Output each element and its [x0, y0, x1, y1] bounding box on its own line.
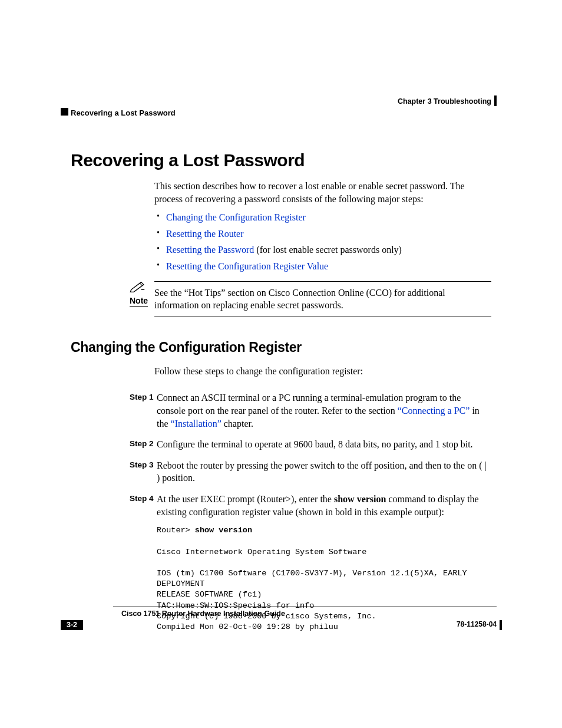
step-label: Step 3 [130, 459, 157, 485]
step-body: Connect an ASCII terminal or a PC runnin… [157, 391, 491, 430]
code-command: show version [195, 526, 252, 535]
step-row: Step 2 Configure the terminal to operate… [130, 438, 491, 451]
link-reset-router[interactable]: Resetting the Router [166, 229, 244, 239]
footer-right-bar [500, 620, 502, 630]
header-right-bar [494, 95, 497, 106]
list-item: Resetting the Password (for lost enable … [166, 243, 491, 256]
note-block: Note See the “Hot Tips” section on Cisco… [130, 281, 491, 317]
page-title: Recovering a Lost Password [71, 150, 491, 170]
page-number-badge: 3-2 [61, 620, 83, 630]
list-item: Changing the Configuration Register [166, 211, 491, 224]
link-reset-password[interactable]: Resetting the Password [166, 245, 254, 255]
bullet-list: Changing the Configuration Register Rese… [154, 211, 491, 272]
list-item: Resetting the Configuration Register Val… [166, 260, 491, 273]
step-text: At the user EXEC prompt (Router>), enter… [157, 494, 334, 504]
doc-number: 78-11258-04 [457, 620, 497, 628]
intro-paragraph: This section describes how to recover a … [154, 180, 491, 205]
header-chapter: Chapter 3 Troubleshooting [398, 97, 491, 106]
note-pencil-icon [130, 281, 154, 295]
code-line: IOS (tm) C1700 Software (C1700-SV3Y7-M),… [157, 569, 467, 578]
code-line: Cisco Internetwork Operating System Soft… [157, 548, 366, 556]
step-body: Reboot the router by pressing the power … [157, 459, 491, 485]
header-left-box-icon [61, 108, 68, 116]
step-row: Step 1 Connect an ASCII terminal or a PC… [130, 391, 491, 430]
step-bold: show version [334, 494, 386, 504]
list-item: Resetting the Router [166, 228, 491, 241]
link-change-config-register[interactable]: Changing the Configuration Register [166, 212, 306, 222]
page-footer: Cisco 1751 Router Hardware Installation … [71, 607, 497, 631]
link-installation[interactable]: “Installation” [171, 419, 222, 429]
step-label: Step 2 [130, 438, 157, 451]
list-item-tail: (for lost enable secret passwords only) [254, 245, 402, 255]
section-heading: Changing the Configuration Register [71, 340, 491, 355]
footer-title: Cisco 1751 Router Hardware Installation … [121, 610, 497, 618]
step-body: Configure the terminal to operate at 960… [157, 438, 491, 451]
section-intro: Follow these steps to change the configu… [154, 365, 491, 378]
link-reset-config-value[interactable]: Resetting the Configuration Register Val… [166, 261, 328, 271]
link-connecting-pc[interactable]: “Connecting a PC” [398, 406, 470, 416]
header-section: Recovering a Lost Password [71, 108, 176, 117]
code-line: DEPLOYMENT [157, 579, 204, 588]
note-text: See the “Hot Tips” section on Cisco Conn… [154, 281, 491, 317]
note-label: Note [130, 296, 148, 307]
code-line: RELEASE SOFTWARE (fc1) [157, 590, 262, 599]
step-label: Step 1 [130, 391, 157, 430]
step-row: Step 3 Reboot the router by pressing the… [130, 459, 491, 485]
step-text: chapter. [222, 419, 253, 429]
code-prompt: Router> [157, 526, 195, 535]
